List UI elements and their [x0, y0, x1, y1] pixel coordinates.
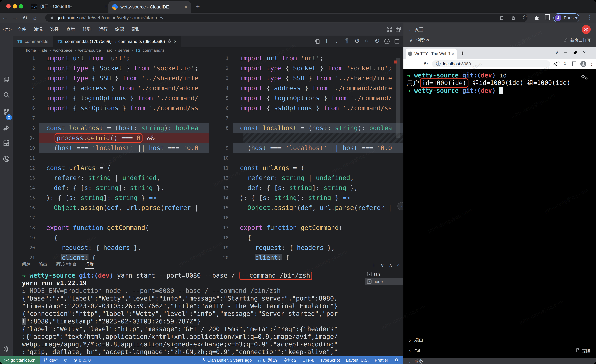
menu-item-查看[interactable]: 查看: [66, 27, 75, 32]
revert-left-icon[interactable]: ↺: [355, 37, 360, 44]
layout-toggle-icon[interactable]: [395, 26, 402, 33]
browser-tab-projects[interactable]: <t> 项目 - CloudIDE ×: [31, 1, 107, 12]
menu-item-文件[interactable]: 文件: [17, 27, 26, 32]
close-icon[interactable]: ×: [583, 49, 586, 55]
editor-tab-command-ts[interactable]: TS command.ts: [13, 36, 53, 47]
clipboard-icon[interactable]: [499, 15, 504, 22]
browser-tab-wetty-source[interactable]: wetty-source - CloudIDE ×: [108, 1, 191, 13]
new-tab-button[interactable]: +: [196, 3, 200, 10]
next-change-icon[interactable]: ↓: [335, 37, 338, 44]
status-item[interactable]: UTF-8: [303, 358, 314, 363]
zoom-window-button[interactable]: [19, 4, 23, 8]
editor-tab-diff[interactable]: TS command.ts (17b75c98) ↔ command.ts (d…: [53, 36, 181, 47]
new-tab-icon[interactable]: +: [461, 50, 464, 57]
panel-tab-调试控制台[interactable]: 调试控制台: [56, 261, 77, 269]
terminal-process-node[interactable]: >node: [365, 278, 403, 285]
menu-item-选择[interactable]: 选择: [50, 27, 59, 32]
address-bar[interactable]: go.titanide.cn/ide/web/coding/wetty-sour…: [45, 14, 528, 22]
panel-tab-输出[interactable]: 输出: [39, 261, 47, 269]
extensions-icon[interactable]: [3, 140, 10, 147]
whitespace-icon[interactable]: ¶: [345, 37, 348, 44]
embedded-tab-wetty[interactable]: WeTTY - The Web Terminal ×: [406, 49, 457, 59]
search-icon[interactable]: [3, 91, 10, 99]
forward-icon[interactable]: →: [10, 14, 20, 21]
status-item[interactable]: Layout: U.S.: [346, 358, 369, 363]
open-new-window-button[interactable]: 新窗口打开: [563, 37, 591, 43]
wetty-settings-gears-icon[interactable]: [580, 73, 589, 81]
minimize-window-button[interactable]: [13, 4, 17, 8]
browser-menu-kebab-icon[interactable]: ⋮: [587, 14, 593, 21]
breadcrumb[interactable]: home›ide›workspace›wetty-source›src›serv…: [13, 47, 403, 53]
expand-fullscreen-icon[interactable]: [386, 26, 393, 33]
panel-tab-问题[interactable]: 问题: [22, 261, 30, 269]
status-item[interactable]: 行 8, 列 19: [258, 357, 278, 363]
previous-change-icon[interactable]: ↑: [325, 37, 328, 44]
restore-window-icon[interactable]: [573, 50, 578, 56]
new-terminal-icon[interactable]: +: [372, 262, 376, 269]
problems-status[interactable]: ⊗0 ⚠0: [74, 358, 91, 363]
close-panel-icon[interactable]: ×: [397, 262, 400, 268]
info-icon[interactable]: ⓘ: [436, 61, 441, 67]
terminal-process-zsh[interactable]: >zsh: [365, 271, 403, 278]
menu-item-运行[interactable]: 运行: [99, 27, 108, 32]
user-avatar[interactable]: 邓: [582, 25, 591, 34]
breadcrumb-item[interactable]: server: [118, 48, 129, 53]
remote-indicator[interactable]: >< go.titanide.cn: [0, 356, 40, 364]
run-debug-icon[interactable]: [3, 124, 10, 131]
close-window-button[interactable]: [6, 4, 11, 8]
breadcrumb-item[interactable]: src: [107, 48, 112, 53]
revert-right-icon[interactable]: ↻: [374, 37, 380, 44]
terminal-process-list[interactable]: >zsh>node: [365, 271, 403, 285]
terminal-dropdown-chevron-icon[interactable]: ∨: [380, 262, 384, 268]
close-tab-icon[interactable]: ×: [452, 51, 454, 56]
profile-avatar-icon[interactable]: [580, 61, 586, 67]
maximize-panel-icon[interactable]: ∧: [389, 262, 392, 268]
split-editor-icon[interactable]: [394, 38, 400, 45]
bookmark-star-icon[interactable]: ☆: [562, 60, 567, 66]
timeline-clock-icon[interactable]: [384, 38, 390, 45]
reload-icon[interactable]: ↻: [20, 14, 30, 21]
open-file-icon[interactable]: [314, 38, 320, 45]
clone-button[interactable]: 克隆: [575, 348, 590, 354]
side-panel-icon[interactable]: [545, 14, 550, 20]
menu-item-终端[interactable]: 终端: [115, 27, 124, 32]
status-item[interactable]: Cian Butler, 3 years ago: [202, 358, 252, 363]
share-icon[interactable]: [553, 61, 558, 67]
close-tab-icon[interactable]: ×: [184, 4, 187, 10]
section-git[interactable]: › Git 克隆: [403, 346, 596, 356]
breadcrumb-item[interactable]: home: [26, 48, 36, 53]
breadcrumb-item[interactable]: workspace: [53, 48, 72, 53]
home-icon[interactable]: ⌂: [30, 14, 40, 21]
embedded-address-bar[interactable]: ⓘ localhost:8080: [432, 60, 550, 67]
share-icon[interactable]: [511, 15, 516, 22]
status-item[interactable]: 空格: 2: [283, 357, 297, 363]
menu-item-转到[interactable]: 转到: [82, 27, 91, 32]
menu-item-编辑[interactable]: 编辑: [34, 27, 43, 32]
section-browser[interactable]: ∨ 浏览器 新窗口打开: [403, 35, 596, 45]
bookmark-star-icon[interactable]: ☆: [522, 13, 528, 20]
extensions-puzzle-icon[interactable]: [534, 15, 540, 21]
sync-status[interactable]: ↻: [64, 357, 67, 363]
profile-chip[interactable]: J Paused: [553, 13, 579, 22]
explorer-files-icon[interactable]: [3, 76, 10, 83]
breadcrumb-item[interactable]: ide: [42, 48, 47, 53]
diff-editor[interactable]: 1import url from 'url';2import type { So…: [13, 53, 403, 260]
terminal-output[interactable]: → wetty-source git:(dev) yarn start --po…: [22, 272, 365, 356]
menu-item-帮助[interactable]: 帮助: [131, 27, 140, 32]
minimize-icon[interactable]: –: [564, 49, 567, 55]
reload-icon[interactable]: ↻: [421, 61, 430, 67]
side-panel-icon[interactable]: [572, 61, 576, 66]
back-icon[interactable]: ←: [403, 61, 412, 67]
panel-tab-终端[interactable]: 终端: [85, 261, 94, 269]
section-settings[interactable]: › 设置: [403, 24, 596, 35]
git-branch-status[interactable]: dev*: [43, 357, 58, 363]
breadcrumb-item[interactable]: wetty-source: [78, 48, 101, 53]
section-ports[interactable]: › 端口: [403, 335, 596, 345]
close-tab-icon[interactable]: ×: [104, 4, 107, 9]
status-item[interactable]: TypeScript: [320, 358, 340, 363]
settings-gear-icon[interactable]: [3, 345, 10, 353]
notifications-bell-icon[interactable]: [394, 358, 399, 363]
breadcrumb-file[interactable]: command.ts: [143, 48, 164, 53]
status-item[interactable]: Prettier: [375, 358, 388, 363]
chevron-down-icon[interactable]: ∨: [555, 50, 559, 55]
